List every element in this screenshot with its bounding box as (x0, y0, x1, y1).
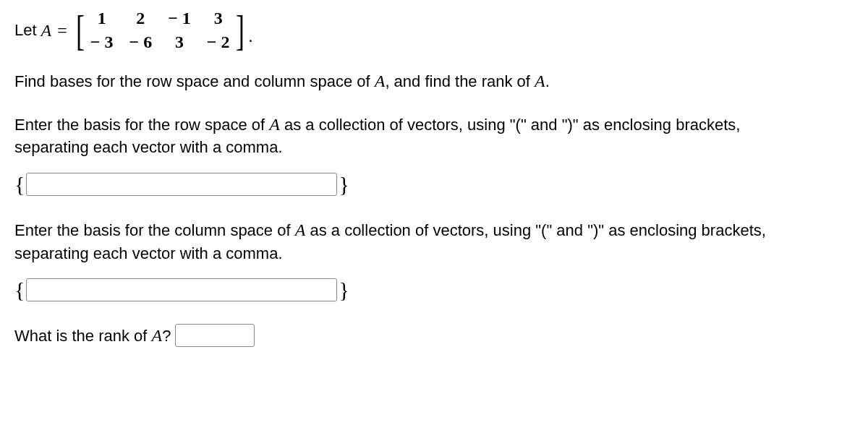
matrix-cell: 3 (207, 9, 230, 28)
text-part: Enter the basis for the column space of (14, 221, 295, 239)
let-text: Let (14, 21, 37, 40)
text-part: Enter the basis for the row space of (14, 116, 269, 134)
right-brace: } (339, 278, 349, 302)
left-brace: { (14, 278, 25, 302)
matrix-display: [ 1 2 − 1 3 − 3 − 6 3 − 2 ] (73, 9, 247, 52)
equals-sign: = (57, 21, 67, 40)
matrix-definition: Let A = [ 1 2 − 1 3 − 3 − 6 3 − 2 ] . (14, 9, 854, 52)
text-part: Find bases for the row space and column … (14, 72, 375, 90)
matrix-cell: − 6 (129, 33, 152, 52)
matrix-cell: − 3 (90, 33, 114, 52)
matrix-cell: − 1 (168, 9, 191, 28)
matrix-cell: 2 (129, 9, 152, 28)
instruction-col-space: Enter the basis for the column space of … (14, 218, 774, 265)
text-part: What is the rank of (14, 327, 152, 345)
var-A: A (269, 115, 280, 134)
matrix-cell: 3 (168, 33, 191, 52)
matrix-cell: 1 (90, 9, 114, 28)
var-A: A (375, 72, 386, 90)
var-A: A (535, 72, 545, 90)
var-A: A (295, 220, 306, 239)
row-space-input-group: { } (14, 172, 854, 197)
col-space-input[interactable] (26, 278, 337, 301)
right-brace: } (339, 172, 349, 197)
col-space-input-group: { } (14, 278, 854, 302)
matrix-var-A: A (41, 21, 52, 40)
var-A: A (152, 326, 163, 345)
left-bracket-icon: [ (76, 11, 85, 50)
matrix-cell: − 2 (207, 33, 230, 52)
rank-input-group: What is the rank of A? (14, 324, 854, 347)
text-part: , and find the rank of (385, 72, 535, 90)
period: . (249, 27, 253, 46)
rank-label: What is the rank of A? (14, 326, 171, 346)
instruction-row-space: Enter the basis for the row space of A a… (14, 113, 774, 159)
right-bracket-icon: ] (236, 11, 244, 50)
instruction-main: Find bases for the row space and column … (14, 69, 774, 94)
text-part: . (545, 72, 550, 90)
row-space-input[interactable] (26, 173, 337, 196)
matrix-cells: 1 2 − 1 3 − 3 − 6 3 − 2 (88, 9, 233, 52)
rank-input[interactable] (175, 324, 255, 347)
text-part: ? (162, 327, 171, 345)
left-brace: { (14, 172, 25, 197)
